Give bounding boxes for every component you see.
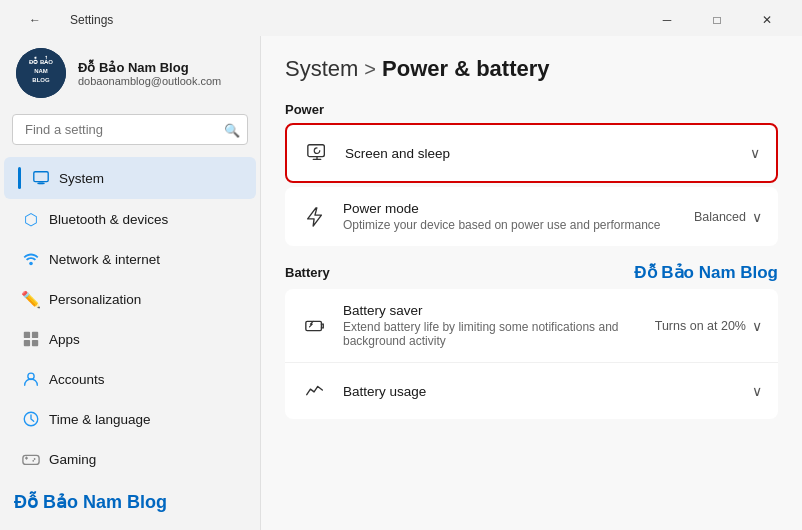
breadcrumb-separator: > xyxy=(364,58,376,81)
gaming-icon xyxy=(21,449,41,469)
power-mode-value: Balanced xyxy=(694,210,746,224)
battery-saver-subtitle: Extend battery life by limiting some not… xyxy=(343,320,655,348)
svg-rect-4 xyxy=(34,172,48,182)
profile-section: ĐỖ BẢO NAM BLOG Đỗ Bảo Nam Blog dobaonam… xyxy=(0,36,260,114)
power-section-label: Power xyxy=(285,102,778,117)
battery-usage-action[interactable]: ∨ xyxy=(752,383,762,399)
avatar: ĐỖ BẢO NAM BLOG xyxy=(16,48,66,98)
sidebar-item-gaming[interactable]: Gaming xyxy=(4,439,256,479)
titlebar: ← Settings ─ □ ✕ xyxy=(0,0,802,36)
page-header: System > Power & battery xyxy=(285,56,778,82)
svg-rect-23 xyxy=(306,321,322,330)
app-title: Settings xyxy=(70,13,113,27)
battery-saver-chevron: ∨ xyxy=(752,318,762,334)
maximize-button[interactable]: □ xyxy=(694,6,740,34)
search-input[interactable] xyxy=(12,114,248,145)
power-mode-row[interactable]: Power mode Optimize your device based on… xyxy=(285,187,778,246)
battery-watermark: Đỗ Bảo Nam Blog xyxy=(634,262,778,283)
main-content: System > Power & battery Power Sc xyxy=(260,36,802,530)
sidebar-item-bluetooth[interactable]: ⬡ Bluetooth & devices xyxy=(4,199,256,239)
app-body: ĐỖ BẢO NAM BLOG Đỗ Bảo Nam Blog dobaonam… xyxy=(0,36,802,530)
sidebar: ĐỖ BẢO NAM BLOG Đỗ Bảo Nam Blog dobaonam… xyxy=(0,36,260,530)
back-button[interactable]: ← xyxy=(12,6,58,34)
sidebar-item-personalization[interactable]: ✏️ Personalization xyxy=(4,279,256,319)
bluetooth-label: Bluetooth & devices xyxy=(49,212,242,227)
breadcrumb-current: Power & battery xyxy=(382,56,550,82)
screen-sleep-chevron: ∨ xyxy=(750,145,760,161)
search-box[interactable]: 🔍 xyxy=(12,114,248,145)
nav-items: System ⬡ Bluetooth & devices Network & i… xyxy=(0,157,260,479)
sidebar-item-apps[interactable]: Apps xyxy=(4,319,256,359)
svg-rect-8 xyxy=(24,332,30,338)
bluetooth-icon: ⬡ xyxy=(21,209,41,229)
svg-point-19 xyxy=(32,460,34,462)
personalization-icon: ✏️ xyxy=(21,289,41,309)
battery-usage-chevron: ∨ xyxy=(752,383,762,399)
sidebar-item-network[interactable]: Network & internet xyxy=(4,239,256,279)
battery-usage-row[interactable]: Battery usage ∨ xyxy=(285,363,778,419)
back-icon: ← xyxy=(29,13,41,27)
battery-saver-action[interactable]: Turns on at 20% ∨ xyxy=(655,318,762,334)
svg-rect-20 xyxy=(308,145,325,157)
battery-saver-icon xyxy=(301,312,329,340)
window-controls: ─ □ ✕ xyxy=(644,6,790,34)
system-icon xyxy=(31,168,51,188)
battery-usage-title: Battery usage xyxy=(343,384,752,399)
power-mode-text: Power mode Optimize your device based on… xyxy=(343,201,694,232)
profile-name: Đỗ Bảo Nam Blog xyxy=(78,60,221,75)
svg-rect-9 xyxy=(32,332,38,338)
battery-saver-value: Turns on at 20% xyxy=(655,319,746,333)
battery-saver-row[interactable]: Battery saver Extend battery life by lim… xyxy=(285,289,778,363)
personalization-label: Personalization xyxy=(49,292,242,307)
breadcrumb: System > Power & battery xyxy=(285,56,778,82)
svg-rect-11 xyxy=(32,340,38,346)
power-mode-card[interactable]: Power mode Optimize your device based on… xyxy=(285,187,778,246)
system-label: System xyxy=(59,171,242,186)
screen-sleep-icon xyxy=(303,139,331,167)
power-mode-title: Power mode xyxy=(343,201,694,216)
gaming-label: Gaming xyxy=(49,452,242,467)
accounts-icon xyxy=(21,369,41,389)
active-indicator xyxy=(18,167,21,189)
titlebar-left: ← Settings xyxy=(12,6,113,34)
close-button[interactable]: ✕ xyxy=(744,6,790,34)
power-mode-action[interactable]: Balanced ∨ xyxy=(694,209,762,225)
battery-usage-text: Battery usage xyxy=(343,384,752,399)
battery-saver-text: Battery saver Extend battery life by lim… xyxy=(343,303,655,348)
time-icon xyxy=(21,409,41,429)
network-label: Network & internet xyxy=(49,252,242,267)
apps-icon xyxy=(21,329,41,349)
svg-text:BLOG: BLOG xyxy=(32,77,50,83)
sidebar-watermark: Đỗ Bảo Nam Blog xyxy=(0,483,260,521)
sidebar-item-accounts[interactable]: Accounts xyxy=(4,359,256,399)
power-mode-chevron: ∨ xyxy=(752,209,762,225)
screen-sleep-action[interactable]: ∨ xyxy=(750,145,760,161)
time-label: Time & language xyxy=(49,412,242,427)
svg-rect-14 xyxy=(23,455,39,464)
power-mode-icon xyxy=(301,203,329,231)
battery-cards: Battery saver Extend battery life by lim… xyxy=(285,289,778,419)
svg-point-18 xyxy=(34,458,36,460)
svg-text:NAM: NAM xyxy=(34,68,48,74)
search-icon: 🔍 xyxy=(224,122,240,137)
svg-rect-10 xyxy=(24,340,30,346)
power-mode-subtitle: Optimize your device based on power use … xyxy=(343,218,694,232)
battery-section-header: Battery Đỗ Bảo Nam Blog xyxy=(285,262,778,283)
avatar-image: ĐỖ BẢO NAM BLOG xyxy=(16,48,66,98)
battery-usage-icon xyxy=(301,377,329,405)
apps-label: Apps xyxy=(49,332,242,347)
battery-saver-title: Battery saver xyxy=(343,303,655,318)
svg-point-7 xyxy=(29,262,33,266)
profile-email: dobaonamblog@outlook.com xyxy=(78,75,221,87)
minimize-button[interactable]: ─ xyxy=(644,6,690,34)
breadcrumb-parent: System xyxy=(285,56,358,82)
battery-section-label: Battery xyxy=(285,265,330,280)
sidebar-item-system[interactable]: System xyxy=(4,157,256,199)
screen-sleep-row[interactable]: Screen and sleep ∨ xyxy=(287,125,776,181)
network-icon xyxy=(21,249,41,269)
accounts-label: Accounts xyxy=(49,372,242,387)
sidebar-item-time[interactable]: Time & language xyxy=(4,399,256,439)
profile-info: Đỗ Bảo Nam Blog dobaonamblog@outlook.com xyxy=(78,60,221,87)
screen-sleep-card[interactable]: Screen and sleep ∨ xyxy=(285,123,778,183)
screen-sleep-title: Screen and sleep xyxy=(345,146,750,161)
